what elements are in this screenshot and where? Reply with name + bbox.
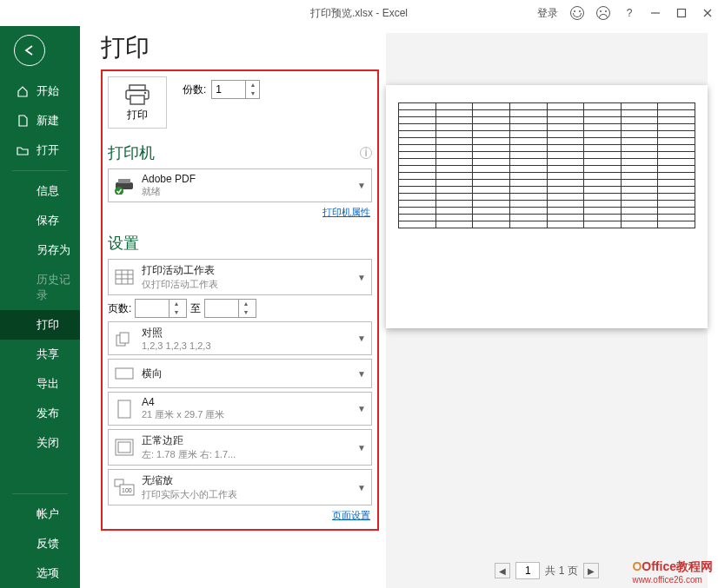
- sidebar-label: 打开: [37, 142, 59, 158]
- page-from-input[interactable]: [136, 302, 169, 314]
- sidebar-item-history[interactable]: 历史记录: [0, 265, 80, 310]
- sidebar-label: 另存为: [37, 242, 70, 258]
- printer-status: 就绪: [142, 185, 357, 198]
- margins-dropdown[interactable]: 正常边距左: 1.78 厘米 右: 1.7... ▼: [108, 429, 372, 466]
- help-icon[interactable]: ?: [622, 6, 636, 20]
- smile-icon[interactable]: [570, 6, 584, 20]
- chevron-down-icon: ▼: [357, 404, 366, 413]
- printer-dropdown[interactable]: Adobe PDF就绪 ▼: [108, 168, 372, 202]
- info-icon[interactable]: i: [360, 147, 372, 159]
- sad-icon[interactable]: [596, 6, 610, 20]
- copies-label: 份数:: [183, 83, 206, 97]
- collate-icon: [114, 328, 135, 349]
- svg-point-7: [144, 91, 146, 93]
- sidebar-label: 帐户: [37, 506, 59, 522]
- close-button[interactable]: [701, 6, 715, 20]
- copies-spinner[interactable]: ▲▼: [211, 80, 260, 99]
- folder-icon: [16, 143, 30, 157]
- new-icon: [16, 114, 30, 128]
- prev-page-button[interactable]: ◀: [495, 563, 510, 578]
- sidebar-label: 信息: [37, 183, 59, 199]
- page-from-spinner[interactable]: ▲▼: [135, 299, 187, 318]
- sidebar-label: 打印: [37, 317, 59, 333]
- svg-rect-21: [118, 442, 130, 453]
- current-page-input[interactable]: [515, 562, 540, 579]
- chevron-down-icon: ▼: [357, 181, 366, 190]
- spinner-up[interactable]: ▲: [246, 81, 259, 89]
- page-to-spinner[interactable]: ▲▼: [204, 299, 256, 318]
- scaling-icon: 100: [114, 477, 135, 498]
- page-to-input[interactable]: [205, 302, 238, 314]
- sidebar-label: 选项: [37, 565, 59, 581]
- sidebar-item-saveas[interactable]: 另存为: [0, 235, 80, 265]
- page-total-label: 共 1 页: [545, 564, 577, 578]
- login-link[interactable]: 登录: [537, 6, 558, 21]
- scaling-dropdown[interactable]: 100 无缩放打印实际大小的工作表 ▼: [108, 469, 372, 505]
- svg-rect-18: [116, 368, 133, 379]
- print-preview-area: document.write(Array.from({length:18},()…: [386, 33, 708, 588]
- orientation-dropdown[interactable]: 横向 ▼: [108, 359, 372, 388]
- back-button[interactable]: [14, 35, 45, 66]
- chevron-down-icon: ▼: [357, 273, 366, 282]
- page-setup-link[interactable]: 页面设置: [108, 509, 370, 522]
- sidebar-item-share[interactable]: 共享: [0, 340, 80, 369]
- svg-rect-11: [116, 270, 133, 284]
- sidebar-label: 开始: [37, 83, 59, 99]
- print-button-label: 打印: [127, 108, 148, 122]
- margins-icon: [114, 437, 135, 458]
- printer-section-title: 打印机: [108, 142, 155, 163]
- svg-rect-6: [130, 96, 144, 104]
- sidebar-item-print[interactable]: 打印: [0, 310, 80, 340]
- highlighted-panel: 打印 份数: ▲▼ 打印机i Adobe PDF就绪 ▼: [101, 69, 379, 531]
- chevron-down-icon: ▼: [357, 483, 366, 492]
- collate-dropdown[interactable]: 对照1,2,3 1,2,3 1,2,3 ▼: [108, 321, 372, 355]
- sidebar-item-export[interactable]: 导出: [0, 369, 80, 399]
- sidebar-item-feedback[interactable]: 反馈: [0, 529, 80, 558]
- title-bar: 打印预览.xlsx - Excel 登录 ?: [0, 0, 718, 26]
- svg-rect-9: [118, 179, 130, 183]
- window-title: 打印预览.xlsx - Excel: [310, 6, 408, 21]
- maximize-button[interactable]: [675, 6, 688, 20]
- landscape-icon: [114, 363, 135, 384]
- spinner-down[interactable]: ▼: [246, 89, 259, 98]
- svg-rect-19: [118, 400, 130, 418]
- sidebar-label: 反馈: [37, 536, 59, 552]
- sidebar-label: 新建: [37, 113, 59, 129]
- print-button[interactable]: 打印: [108, 76, 167, 129]
- svg-rect-17: [120, 333, 129, 343]
- chevron-down-icon: ▼: [357, 443, 366, 453]
- sidebar-item-save[interactable]: 保存: [0, 206, 80, 235]
- preview-table: document.write(Array.from({length:18},()…: [398, 102, 695, 228]
- watermark: OOffice教程网 www.office26.com: [632, 559, 713, 585]
- copies-input[interactable]: [212, 83, 245, 96]
- sidebar-item-publish[interactable]: 发布: [0, 399, 80, 428]
- chevron-down-icon: ▼: [357, 334, 366, 343]
- home-icon: [16, 84, 30, 98]
- svg-text:100: 100: [122, 487, 132, 493]
- sidebar-item-options[interactable]: 选项: [0, 558, 80, 588]
- sidebar-item-home[interactable]: 开始: [0, 76, 80, 106]
- next-page-button[interactable]: ▶: [583, 563, 599, 578]
- sidebar-label: 保存: [37, 213, 59, 228]
- sidebar-label: 关闭: [37, 435, 59, 451]
- chevron-down-icon: ▼: [357, 369, 366, 379]
- printer-status-icon: [114, 175, 135, 196]
- preview-page: document.write(Array.from({length:18},()…: [386, 85, 708, 328]
- minimize-button[interactable]: [648, 6, 662, 20]
- sidebar-item-open[interactable]: 打开: [0, 135, 80, 165]
- print-scope-dropdown[interactable]: 打印活动工作表仅打印活动工作表 ▼: [108, 259, 372, 295]
- backstage-sidebar: 开始 新建 打开 信息 保存 另存为 历史记录 打印 共享 导出 发布 关闭 帐…: [0, 26, 80, 588]
- printer-properties-link[interactable]: 打印机属性: [108, 206, 370, 219]
- sidebar-item-info[interactable]: 信息: [0, 176, 80, 206]
- paper-size-dropdown[interactable]: A421 厘米 x 29.7 厘米 ▼: [108, 392, 372, 426]
- printer-name: Adobe PDF: [142, 173, 357, 185]
- sidebar-item-new[interactable]: 新建: [0, 106, 80, 135]
- sidebar-label: 导出: [37, 376, 59, 392]
- page-title: 打印: [101, 31, 379, 64]
- pages-label: 页数:: [108, 301, 131, 316]
- sidebar-item-account[interactable]: 帐户: [0, 499, 80, 529]
- sidebar-item-close[interactable]: 关闭: [0, 428, 80, 458]
- page-icon: [114, 399, 135, 420]
- sidebar-label: 发布: [37, 406, 59, 421]
- sidebar-label: 历史记录: [37, 272, 80, 303]
